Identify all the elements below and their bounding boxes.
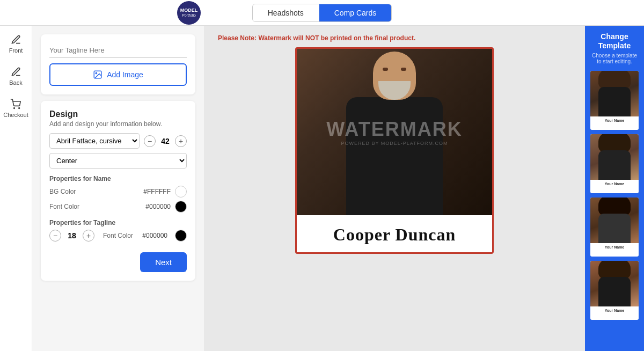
- svg-point-0: [14, 108, 15, 109]
- change-template-subtitle: Choose a template to start editing.: [589, 53, 640, 64]
- nav-back[interactable]: Back: [9, 67, 22, 86]
- template-thumb-4[interactable]: Your Name: [590, 261, 639, 320]
- tagline-font-color-label: Font Color: [103, 232, 133, 239]
- name-font-color-row: Font Color #000000: [49, 201, 187, 213]
- name-properties-title: Properties for Name: [49, 175, 187, 182]
- tagline-size-increase[interactable]: +: [83, 230, 94, 242]
- tagline-size-value: 18: [65, 231, 78, 240]
- nav-front[interactable]: Front: [9, 34, 23, 54]
- font-size-value: 42: [159, 137, 172, 145]
- pencil-icon: [11, 34, 21, 45]
- man-head: [373, 52, 416, 100]
- font-size-decrease[interactable]: −: [144, 135, 156, 147]
- template-thumb-3[interactable]: Your Name: [590, 198, 639, 257]
- svg-point-1: [19, 108, 20, 109]
- name-font-color-swatch[interactable]: [175, 201, 187, 213]
- font-size-control: − 42 +: [144, 135, 187, 147]
- add-image-button[interactable]: Add Image: [49, 63, 187, 86]
- person-figure: [346, 52, 443, 215]
- tagline-card: Add Image: [41, 34, 195, 94]
- main-area: Front Back Checkout: [0, 26, 644, 351]
- comp-card-name: Cooper Duncan: [297, 215, 492, 252]
- canvas-area: Please Note: Watermark will NOT be print…: [204, 26, 585, 351]
- right-sidebar: Change Template Choose a template to sta…: [585, 26, 644, 351]
- man-body: [346, 97, 443, 215]
- font-family-select[interactable]: Abril Fatface, cursive: [49, 133, 140, 149]
- comp-card-photo: WATERMARK POWERED BY MODEL-PLATFORM.COM: [297, 49, 492, 215]
- bg-color-swatch[interactable]: [175, 186, 187, 198]
- change-template-title: Change Template: [589, 32, 640, 50]
- alignment-select[interactable]: Center: [49, 153, 187, 169]
- bg-color-label: BG Color: [49, 188, 76, 195]
- panel: Add Image Design Add and design your inf…: [32, 26, 204, 351]
- template-thumb-2-name: Your Name: [590, 180, 639, 188]
- image-icon: [93, 70, 103, 79]
- logo: MODEL Portfolio: [177, 1, 201, 25]
- tagline-input[interactable]: [49, 43, 187, 58]
- name-font-color-label: Font Color: [49, 203, 79, 210]
- tab-group: Headshots Comp Cards: [252, 4, 392, 22]
- design-title: Design: [49, 109, 187, 119]
- font-size-increase[interactable]: +: [175, 135, 187, 147]
- template-thumb-2[interactable]: Your Name: [590, 134, 639, 193]
- left-nav: Front Back Checkout: [0, 26, 32, 351]
- tagline-font-color-swatch[interactable]: [175, 230, 187, 242]
- template-thumb-4-name: Your Name: [590, 306, 639, 315]
- cart-icon: [10, 99, 21, 109]
- svg-point-3: [96, 72, 97, 74]
- bg-color-row: BG Color #FFFFFF: [49, 186, 187, 198]
- next-button[interactable]: Next: [140, 252, 187, 272]
- tagline-properties-title: Properties for Tagline: [49, 219, 187, 226]
- template-thumb-1[interactable]: Your Name: [590, 71, 639, 130]
- design-card: Design Add and design your information b…: [41, 101, 195, 281]
- tagline-size-row: − 18 + Font Color #000000: [49, 230, 187, 242]
- watermark-note: Please Note: Watermark will NOT be print…: [213, 34, 415, 42]
- pencil-back-icon: [11, 67, 21, 77]
- tagline-font-color-hex: #000000: [142, 232, 167, 239]
- tab-headshots[interactable]: Headshots: [253, 4, 319, 21]
- tab-comp-cards[interactable]: Comp Cards: [319, 4, 392, 21]
- nav-checkout[interactable]: Checkout: [3, 99, 28, 118]
- man-beard: [378, 81, 411, 100]
- template-thumb-3-name: Your Name: [590, 243, 639, 251]
- bg-color-hex: #FFFFFF: [143, 188, 171, 195]
- tagline-size-decrease[interactable]: −: [49, 230, 61, 242]
- template-thumb-1-name: Your Name: [590, 116, 639, 125]
- header: MODEL Portfolio Headshots Comp Cards: [0, 0, 644, 26]
- design-subtitle: Add and design your information below.: [49, 120, 187, 128]
- comp-card: WATERMARK POWERED BY MODEL-PLATFORM.COM …: [295, 47, 494, 254]
- name-font-color-hex: #000000: [145, 203, 171, 210]
